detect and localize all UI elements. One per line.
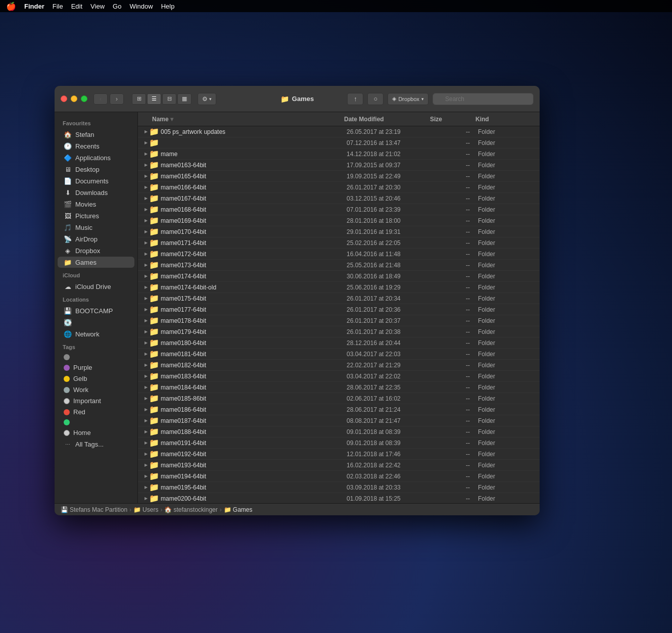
- table-row[interactable]: ▶ 📁 mame0175-64bit 26.01.2017 at 20:34 -…: [138, 293, 540, 304]
- sidebar-item-tag-red[interactable]: Red: [58, 407, 134, 417]
- share-button[interactable]: ↑: [347, 93, 363, 105]
- fullscreen-button[interactable]: [81, 95, 87, 102]
- breadcrumb-item-current[interactable]: 📁 Games: [224, 506, 253, 513]
- sidebar-item-desktop[interactable]: 🖥 Desktop: [58, 164, 134, 175]
- sidebar-item-tag-purple[interactable]: Purple: [58, 362, 134, 373]
- column-kind-header[interactable]: Kind: [475, 116, 536, 123]
- table-row[interactable]: ▶ 📁 07.12.2016 at 13:47 -- Folder: [138, 137, 540, 149]
- file-modified: 30.06.2016 at 18:49: [347, 273, 433, 280]
- column-size-header[interactable]: Size: [430, 116, 475, 123]
- disk-icon: 💽: [64, 318, 72, 326]
- table-row[interactable]: ▶ 📁 mame0165-64bit 19.09.2015 at 22:49 -…: [138, 171, 540, 182]
- sidebar-item-tag-work[interactable]: Work: [58, 384, 134, 395]
- column-modified-header[interactable]: Date Modified: [344, 116, 430, 123]
- sidebar-item-games[interactable]: 📁 Games: [58, 257, 134, 268]
- table-row[interactable]: ▶ 📁 mame0187-64bit 08.08.2017 at 21:47 -…: [138, 415, 540, 426]
- sidebar-item-tag-yellow[interactable]: Gelb: [58, 373, 134, 384]
- help-menu[interactable]: Help: [161, 3, 175, 10]
- settings-button[interactable]: ⚙ ▾: [198, 93, 216, 105]
- back-button[interactable]: ‹: [93, 93, 108, 105]
- table-row[interactable]: ▶ 📁 mame0181-64bit 03.04.2017 at 22:03 -…: [138, 349, 540, 360]
- icon-view-button[interactable]: ⊞: [132, 93, 146, 105]
- table-row[interactable]: ▶ 📁 mame0163-64bit 17.09.2015 at 09:37 -…: [138, 160, 540, 171]
- table-row[interactable]: ▶ 📁 mame0172-64bit 16.04.2016 at 11:48 -…: [138, 249, 540, 260]
- table-row[interactable]: ▶ 📁 mame0194-64bit 02.03.2018 at 22:46 -…: [138, 471, 540, 482]
- table-row[interactable]: ▶ 📁 mame0168-64bit 07.01.2016 at 23:39 -…: [138, 204, 540, 215]
- sidebar-item-tag-grey[interactable]: [58, 353, 134, 362]
- table-row[interactable]: ▶ 📁 mame0184-64bit 28.06.2017 at 22:35 -…: [138, 382, 540, 393]
- sidebar-item-home[interactable]: 🏠 Stefan: [58, 129, 134, 140]
- table-row[interactable]: ▶ 📁 mame0186-64bit 28.06.2017 at 21:24 -…: [138, 404, 540, 415]
- sidebar-item-tag-important[interactable]: Important: [58, 396, 134, 406]
- table-row[interactable]: ▶ 📁 mame0177-64bit 26.01.2017 at 20:36 -…: [138, 304, 540, 315]
- folder-icon: 📁: [150, 228, 158, 236]
- table-row[interactable]: ▶ 📁 mame0167-64bit 03.12.2015 at 20:46 -…: [138, 193, 540, 204]
- table-row[interactable]: ▶ 📁 mame0166-64bit 26.01.2017 at 20:30 -…: [138, 182, 540, 193]
- finder-menu[interactable]: Finder: [24, 3, 44, 10]
- sidebar-item-airdrop[interactable]: 📡 AirDrop: [58, 233, 134, 245]
- bootcamp-icon: 💾: [64, 307, 72, 315]
- table-row[interactable]: ▶ 📁 005 ps_artwork updates 26.05.2017 at…: [138, 126, 540, 137]
- column-name-header[interactable]: Name ▾: [142, 116, 344, 123]
- apple-menu[interactable]: 🍎: [6, 2, 16, 11]
- sidebar-item-network[interactable]: 🌐 Network: [58, 328, 134, 339]
- table-row[interactable]: ▶ 📁 mame0182-64bit 22.02.2017 at 21:29 -…: [138, 360, 540, 371]
- sidebar-item-tag-green[interactable]: [58, 418, 134, 427]
- file-menu[interactable]: File: [53, 3, 63, 10]
- minimize-button[interactable]: [71, 95, 77, 102]
- table-row[interactable]: ▶ 📁 mame0185-86bit 02.06.2017 at 16:02 -…: [138, 393, 540, 404]
- view-menu[interactable]: View: [90, 3, 105, 10]
- sidebar-item-music[interactable]: 🎵 Music: [58, 222, 134, 233]
- sidebar-item-applications[interactable]: 🔷 Applications: [58, 152, 134, 163]
- table-row[interactable]: ▶ 📁 mame0191-64bit 09.01.2018 at 08:39 -…: [138, 437, 540, 449]
- sidebar-item-movies[interactable]: 🎬 Movies: [58, 199, 134, 210]
- sidebar-item-pictures[interactable]: 🖼 Pictures: [58, 210, 134, 221]
- table-row[interactable]: ▶ 📁 mame0193-64bit 16.02.2018 at 22:42 -…: [138, 460, 540, 471]
- sidebar-item-dropbox[interactable]: ◈ Dropbox: [58, 245, 134, 256]
- file-name: mame0178-64bit: [161, 317, 347, 324]
- go-menu[interactable]: Go: [113, 3, 121, 10]
- table-row[interactable]: ▶ 📁 mame0192-64bit 12.01.2018 at 17:46 -…: [138, 449, 540, 460]
- table-row[interactable]: ▶ 📁 mame0173-64bit 25.05.2016 at 21:48 -…: [138, 260, 540, 271]
- list-view-button[interactable]: ☰: [147, 93, 161, 105]
- file-modified: 28.12.2016 at 20:44: [347, 339, 433, 347]
- sidebar-item-recents[interactable]: 🕐 Recents: [58, 140, 134, 152]
- sidebar-item-tag-home[interactable]: Home: [58, 427, 134, 438]
- breadcrumb-item[interactable]: 📁 Users: [133, 506, 158, 513]
- sidebar-item-label: Pictures: [75, 212, 99, 220]
- table-row[interactable]: ▶ 📁 mame 14.12.2018 at 21:02 -- Folder: [138, 149, 540, 160]
- edit-menu[interactable]: Edit: [71, 3, 82, 10]
- table-row[interactable]: ▶ 📁 mame0179-64bit 26.01.2017 at 20:38 -…: [138, 326, 540, 337]
- tag-button[interactable]: ○: [367, 93, 383, 105]
- table-row[interactable]: ▶ 📁 mame0180-64bit 28.12.2016 at 20:44 -…: [138, 337, 540, 349]
- table-row[interactable]: ▶ 📁 mame0188-64bit 09.01.2018 at 08:39 -…: [138, 426, 540, 437]
- breadcrumb-item[interactable]: 🏠 stefanstockinger: [164, 506, 217, 513]
- window-menu[interactable]: Window: [129, 3, 153, 10]
- forward-button[interactable]: ›: [110, 93, 124, 105]
- sidebar-item-downloads[interactable]: ⬇ Downloads: [58, 187, 134, 198]
- table-row[interactable]: ▶ 📁 mame0170-64bit 29.01.2016 at 19:31 -…: [138, 226, 540, 237]
- table-row[interactable]: ▶ 📁 mame0174-64bit-old 25.06.2016 at 19:…: [138, 282, 540, 293]
- table-row[interactable]: ▶ 📁 mame0169-64bit 28.01.2016 at 18:00 -…: [138, 215, 540, 226]
- table-row[interactable]: ▶ 📁 mame0183-64bit 03.04.2017 at 22:02 -…: [138, 371, 540, 382]
- file-size: --: [433, 217, 478, 224]
- table-row[interactable]: ▶ 📁 mame0200-64bit 01.09.2018 at 15:25 -…: [138, 493, 540, 503]
- gallery-view-button[interactable]: ▦: [177, 93, 191, 105]
- table-row[interactable]: ▶ 📁 mame0178-64bit 26.01.2017 at 20:37 -…: [138, 315, 540, 326]
- sidebar-item-disk[interactable]: 💽: [58, 317, 134, 328]
- table-row[interactable]: ▶ 📁 mame0174-64bit 30.06.2016 at 18:49 -…: [138, 271, 540, 282]
- search-input[interactable]: [433, 93, 534, 105]
- column-view-button[interactable]: ⊟: [162, 93, 176, 105]
- sidebar-item-icloud-drive[interactable]: ☁ iCloud Drive: [58, 281, 134, 292]
- close-button[interactable]: [61, 95, 67, 102]
- sidebar-item-bootcamp[interactable]: 💾 BOOTCAMP: [58, 305, 134, 316]
- window-title: 📁 Games: [280, 95, 314, 103]
- folder-icon: 📁: [150, 483, 158, 492]
- table-row[interactable]: ▶ 📁 mame0171-64bit 25.02.2016 at 22:05 -…: [138, 237, 540, 249]
- sidebar-item-label: iCloud Drive: [75, 283, 111, 290]
- dropbox-button[interactable]: ◈ Dropbox ▾: [388, 93, 428, 105]
- breadcrumb-item[interactable]: 💾 Stefans Mac Partition: [61, 506, 127, 513]
- sidebar-item-all-tags[interactable]: ⋯ All Tags...: [58, 439, 134, 450]
- sidebar-item-documents[interactable]: 📄 Documents: [58, 175, 134, 186]
- table-row[interactable]: ▶ 📁 mame0195-64bit 03.09.2018 at 20:33 -…: [138, 482, 540, 493]
